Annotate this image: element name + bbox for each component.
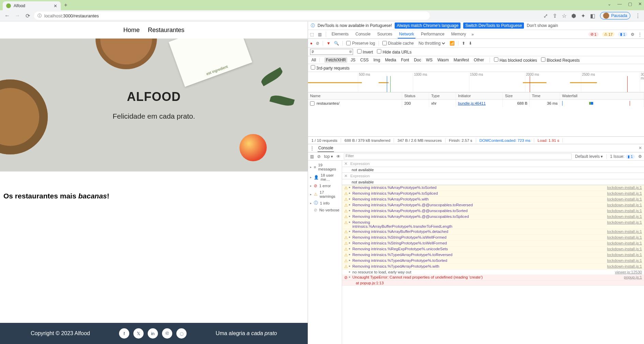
console-sidebar-toggle-icon[interactable]: ▥ — [310, 154, 314, 159]
nav-home[interactable]: Home — [123, 27, 140, 34]
more-tabs-icon[interactable]: » — [471, 32, 474, 37]
type-filter-css[interactable]: CSS — [359, 57, 370, 63]
net-header-name[interactable]: Name — [308, 92, 402, 100]
log-source-link[interactable]: lockdown-install.js:1 — [607, 203, 642, 208]
reload-button[interactable]: ⟳ — [24, 13, 31, 19]
log-source-link[interactable]: lockdown-install.js:1 — [607, 229, 642, 234]
infobar-match-lang-button[interactable]: Always match Chrome's language — [395, 23, 460, 29]
drawer-menu-icon[interactable]: ⋮ — [310, 146, 314, 151]
device-toolbar-icon[interactable]: ▥ — [318, 32, 322, 37]
infobar-dismiss-button[interactable]: Don't show again — [527, 23, 558, 28]
url-input[interactable]: ⓘ localhost:3000/restaurantes — [34, 12, 430, 20]
browser-tab[interactable]: Alfood ✕ — [3, 1, 61, 10]
rss-icon[interactable]: ⧀ — [162, 328, 172, 339]
console-warn-row[interactable]: ⚠▸Removing intrinsics.%ArrayBufferProtot… — [342, 220, 644, 229]
site-info-icon[interactable]: ⓘ — [38, 13, 42, 19]
devtools-tab-console[interactable]: Console — [354, 30, 372, 39]
type-filter-other[interactable]: Other — [472, 57, 485, 63]
blocked-requests-toggle[interactable]: Blocked Requests — [541, 57, 580, 63]
console-category[interactable]: ▸18 user me… — [309, 172, 340, 182]
console-warn-row[interactable]: ⚠▸Removing intrinsics.%ArrayPrototype%.@… — [342, 208, 644, 214]
console-category[interactable]: ▸No verbose — [309, 207, 340, 213]
bookmark-icon[interactable]: ☆ — [562, 13, 567, 19]
live-expression-row[interactable]: ✕ Expression — [342, 173, 644, 179]
filter-input[interactable]: p ⊗ — [310, 49, 353, 55]
type-filter-font[interactable]: Font — [399, 57, 410, 63]
twitter-icon[interactable]: 𝕏 — [133, 328, 144, 339]
console-category[interactable]: ▸1 info — [309, 199, 340, 207]
install-app-icon[interactable]: ⤢ — [543, 13, 548, 19]
console-warn-row[interactable]: ⚠▸Removing intrinsics.%StringPrototype%.… — [342, 241, 644, 246]
devtools-tab-memory[interactable]: Memory — [450, 30, 467, 39]
network-timeline[interactable]: 500 ms1000 ms1500 ms2000 ms2500 ms3000 m… — [308, 72, 644, 92]
blocked-cookies-toggle[interactable]: Has blocked cookies — [494, 57, 537, 63]
net-header-time[interactable]: Time — [530, 92, 560, 100]
log-source-link[interactable]: lockdown-install.js:1 — [607, 220, 642, 228]
log-source-link[interactable]: viewer.js:12530 — [615, 270, 642, 274]
type-filter-media[interactable]: Media — [384, 57, 398, 63]
log-source-link[interactable]: lockdown-install.js:1 — [607, 247, 642, 252]
forward-button[interactable]: → — [14, 13, 21, 19]
clear-icon[interactable]: ⊘ — [316, 41, 319, 46]
devtools-tab-performance[interactable]: Performance — [420, 30, 446, 39]
live-expression-row[interactable]: ✕ Expression — [342, 161, 644, 167]
throttling-select[interactable]: No throttling — [417, 41, 446, 46]
issues-link[interactable]: 1 Issue: 1 — [610, 154, 635, 159]
devtools-tab-sources[interactable]: Sources — [376, 30, 394, 39]
log-source-link[interactable]: lockdown-install.js:1 — [607, 209, 642, 213]
devtools-tab-elements[interactable]: Elements — [330, 30, 350, 39]
drawer-close-icon[interactable]: ✕ — [639, 146, 642, 150]
console-warn-row[interactable]: ⚠▸Removing intrinsics.%TypedArrayPrototy… — [342, 264, 644, 270]
new-tab-button[interactable]: + — [64, 2, 67, 8]
console-warn-row[interactable]: ⚠▸Removing intrinsics.%StringPrototype%.… — [342, 235, 644, 241]
nav-restaurantes[interactable]: Restaurantes — [148, 27, 184, 34]
network-conditions-icon[interactable]: 📶 — [450, 41, 455, 46]
hide-data-urls-toggle[interactable]: Hide data URLs — [377, 49, 411, 55]
row-checkbox[interactable] — [310, 101, 314, 106]
close-tab-icon[interactable]: ✕ — [54, 3, 57, 9]
linkedin-icon[interactable]: in — [148, 328, 158, 339]
type-filter-fetch-xhr[interactable]: Fetch/XHR — [324, 57, 347, 63]
back-button[interactable]: ← — [3, 13, 11, 19]
log-source-link[interactable]: lockdown-install.js:1 — [607, 235, 642, 240]
share-icon[interactable]: ⇪ — [553, 13, 557, 19]
console-warn-row[interactable]: ⚠▸Removing intrinsics.%TypedArrayPrototy… — [342, 258, 644, 264]
console-warn-row[interactable]: ⚠▸Removing intrinsics.%ArrayPrototype%.t… — [342, 191, 644, 197]
import-har-icon[interactable]: ⬆ — [462, 41, 465, 46]
record-icon[interactable]: ● — [310, 41, 312, 46]
log-source-link[interactable]: lockdown-install.js:1 — [607, 258, 642, 263]
net-header-status[interactable]: Status — [402, 92, 429, 100]
net-header-initiator[interactable]: Initiator — [456, 92, 503, 100]
type-filter-manifest[interactable]: Manifest — [452, 57, 470, 63]
type-filter-js[interactable]: JS — [349, 57, 357, 63]
extensions-icon[interactable]: ✦ — [581, 13, 585, 19]
console-warn-row[interactable]: ⚠▸Removing intrinsics.%ArrayPrototype%.t… — [342, 185, 644, 191]
inspect-element-icon[interactable]: ⬚ — [310, 32, 314, 37]
third-party-toggle[interactable]: 3rd-party requests — [311, 65, 350, 71]
drawer-tab-console[interactable]: Console — [318, 145, 334, 152]
type-filter-doc[interactable]: Doc — [412, 57, 422, 63]
context-select[interactable]: top ▾ — [324, 154, 333, 159]
request-initiator[interactable]: bundle.js:46411 — [458, 101, 486, 105]
console-settings-icon[interactable]: ⚙ — [638, 154, 642, 159]
console-category[interactable]: ▸19 messages — [309, 162, 340, 172]
console-warn-row[interactable]: ⚠▸Removing intrinsics.%ArrayBufferProtot… — [342, 229, 644, 235]
net-header-size[interactable]: Size — [503, 92, 530, 100]
log-source-link[interactable]: lockdown-install.js:1 — [607, 214, 642, 219]
infobar-switch-lang-button[interactable]: Switch DevTools to Portuguese — [463, 23, 524, 29]
log-source-link[interactable]: lockdown-install.js:1 — [607, 264, 642, 269]
devtools-tab-network[interactable]: Network — [398, 30, 415, 39]
caret-down-icon[interactable]: ⌄ — [608, 1, 611, 6]
console-warn-row[interactable]: ⚠▸Removing intrinsics.%RegExpPrototype%.… — [342, 246, 644, 252]
issues-badge[interactable]: 1 — [618, 32, 627, 36]
type-filter-img[interactable]: Img — [372, 57, 382, 63]
maximize-icon[interactable]: ▢ — [628, 1, 632, 6]
clear-console-icon[interactable]: ⊘ — [317, 154, 321, 159]
export-har-icon[interactable]: ⬇ — [469, 41, 472, 46]
disable-cache-toggle[interactable]: Disable cache — [382, 41, 414, 46]
errors-badge[interactable]: 1 — [588, 32, 599, 36]
live-expression-icon[interactable]: 👁 — [336, 154, 340, 159]
search-icon[interactable]: 🔍 — [334, 41, 339, 46]
net-header-waterfall[interactable]: Waterfall — [560, 92, 644, 100]
type-filter-wasm[interactable]: Wasm — [436, 57, 450, 63]
